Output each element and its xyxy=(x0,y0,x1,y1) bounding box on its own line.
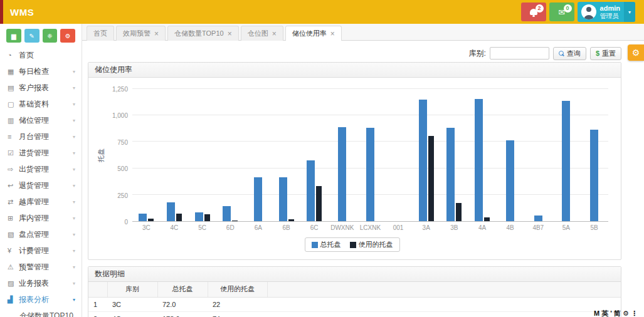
sidebar-subitem[interactable]: 仓储数量TOP10 xyxy=(0,308,82,317)
table-row[interactable]: 24C178.074 xyxy=(88,311,621,317)
tab[interactable]: 仓储数量TOP10× xyxy=(167,26,239,41)
tool-button[interactable]: ❈ xyxy=(43,29,58,43)
y-tick-label: 250 xyxy=(117,192,128,199)
search-icon xyxy=(559,51,564,56)
chevron-down-icon: ▾ xyxy=(73,232,75,237)
user-info: admin 管理员 xyxy=(600,4,620,19)
avatar xyxy=(581,4,596,19)
bar-series-0[interactable] xyxy=(139,214,147,221)
bar-series-1[interactable] xyxy=(288,219,294,221)
sidebar-item[interactable]: ▦每日检查▾ xyxy=(0,63,82,80)
bar-series-1[interactable] xyxy=(176,214,182,221)
bar-series-0[interactable] xyxy=(419,100,427,221)
table-header-cell[interactable]: 库别 xyxy=(107,282,157,297)
sidebar-item[interactable]: ↩退货管理▾ xyxy=(0,177,82,194)
chevron-down-icon: ▾ xyxy=(73,150,75,156)
bar-series-0[interactable] xyxy=(475,99,483,221)
table-body: 13C72.02224C178.074 xyxy=(88,297,621,317)
sidebar-item-label: 计费管理 xyxy=(19,246,73,256)
sidebar-item[interactable]: ◔首页 xyxy=(0,47,82,63)
sidebar-toolbar: ▆✎❈⚙ xyxy=(0,24,82,47)
bar-series-0[interactable] xyxy=(254,177,262,221)
bar-series-1[interactable] xyxy=(428,136,434,221)
sidebar-item[interactable]: ⚠预警管理▾ xyxy=(0,259,82,275)
legend-item[interactable]: 使用的托盘 xyxy=(350,240,393,249)
sidebar-item[interactable]: ▨业务报表▾ xyxy=(0,275,82,291)
bar-series-0[interactable] xyxy=(338,127,346,221)
user-menu[interactable]: admin 管理员 ▾ xyxy=(578,2,635,22)
table-header-cell[interactable]: 使用的托盘 xyxy=(208,282,267,297)
messages-button[interactable]: ✉ 0 xyxy=(549,3,574,21)
bar-series-0[interactable] xyxy=(506,140,514,221)
close-icon[interactable]: × xyxy=(272,30,277,38)
bar-series-0[interactable] xyxy=(195,212,203,221)
sidebar-item[interactable]: ⊞库内管理▾ xyxy=(0,210,82,226)
sidebar-item[interactable]: ⇨出货管理▾ xyxy=(0,161,82,177)
bar-series-1[interactable] xyxy=(148,219,154,221)
bar-group xyxy=(245,89,273,221)
legend-item[interactable]: 总托盘 xyxy=(312,240,341,249)
query-button[interactable]: 查询 xyxy=(553,47,586,60)
sidebar-item[interactable]: ▧盘点管理▾ xyxy=(0,226,82,242)
sidebar-item[interactable]: ▤客户报表▾ xyxy=(0,80,82,96)
sidebar-item[interactable]: ▥储位管理▾ xyxy=(0,112,82,128)
data-table-panel: 数据明细 库别总托盘使用的托盘 13C72.02224C178.074 xyxy=(88,266,621,317)
bar-series-1[interactable] xyxy=(204,214,210,221)
sidebar-item[interactable]: ¥计费管理▾ xyxy=(0,242,82,259)
bar-series-0[interactable] xyxy=(279,177,287,221)
table-cell: 4C xyxy=(107,311,157,317)
ime-status-bar[interactable]: M 英 ' 简 ⚙ ⋮ xyxy=(594,309,638,317)
bar-series-0[interactable] xyxy=(223,206,231,221)
sidebar-item[interactable]: ≡月台管理▾ xyxy=(0,128,82,145)
bar-series-0[interactable] xyxy=(590,130,598,221)
bar-series-0[interactable] xyxy=(366,128,374,221)
table-header-index xyxy=(88,282,107,297)
tab-label: 储位使用率 xyxy=(292,29,327,38)
bar-series-0[interactable] xyxy=(562,101,570,221)
tab[interactable]: 首页 xyxy=(87,26,114,41)
sidebar-item[interactable]: ☑进货管理▾ xyxy=(0,145,82,161)
x-axis-label: 6D xyxy=(216,224,245,231)
tab-label: 仓储数量TOP10 xyxy=(174,29,224,38)
chevron-down-icon: ▾ xyxy=(73,297,75,303)
bar-series-1[interactable] xyxy=(456,203,462,221)
content-area: 库别: 查询 $ 重置 储位使用率 托盘 xyxy=(82,41,644,317)
chart-panel-title: 储位使用率 xyxy=(88,63,621,78)
bar-series-0[interactable] xyxy=(167,202,175,221)
bar-series-1[interactable] xyxy=(316,186,322,221)
sidebar-item[interactable]: ⇄越库管理▾ xyxy=(0,194,82,210)
bar-series-0[interactable] xyxy=(446,128,455,221)
tool-button[interactable]: ▆ xyxy=(6,29,21,43)
bar-group xyxy=(161,89,189,221)
y-tick-label: 500 xyxy=(117,165,128,172)
chevron-down-icon[interactable]: ▾ xyxy=(624,2,635,22)
tool-button[interactable]: ⚙ xyxy=(60,29,75,43)
bar-series-1[interactable] xyxy=(484,217,490,221)
sidebar-item[interactable]: ▟报表分析▾ xyxy=(0,291,82,308)
reset-button[interactable]: $ 重置 xyxy=(590,47,621,60)
billing-icon: ¥ xyxy=(8,247,19,254)
inbound-icon: ☑ xyxy=(8,149,19,157)
notifications-button[interactable]: 2 xyxy=(521,3,546,21)
data-table-title: 数据明细 xyxy=(88,267,621,282)
close-icon[interactable]: × xyxy=(154,30,159,38)
close-icon[interactable]: × xyxy=(330,30,335,38)
bar-series-1[interactable] xyxy=(232,221,238,221)
warehouse-type-input[interactable] xyxy=(490,47,549,60)
tab-label: 仓位图 xyxy=(248,29,268,38)
bar-series-0[interactable] xyxy=(534,216,542,221)
sidebar-item-label: 客户报表 xyxy=(19,83,73,93)
tab[interactable]: 仓位图× xyxy=(241,26,283,41)
tool-button[interactable]: ✎ xyxy=(24,29,40,43)
close-icon[interactable]: × xyxy=(228,30,232,38)
x-axis-label: 4C xyxy=(161,224,189,231)
table-row[interactable]: 13C72.022 xyxy=(88,297,621,311)
chart-plot xyxy=(132,89,608,222)
table-header-cell[interactable]: 总托盘 xyxy=(157,282,208,297)
customer-report-icon: ▤ xyxy=(8,84,19,92)
bar-series-0[interactable] xyxy=(307,160,315,221)
sidebar-item[interactable]: ▢基础资料▾ xyxy=(0,96,82,112)
settings-gear-button[interactable]: ⚙ xyxy=(628,44,644,61)
tab[interactable]: 效期预警× xyxy=(116,26,166,41)
tab[interactable]: 储位使用率× xyxy=(285,26,342,41)
